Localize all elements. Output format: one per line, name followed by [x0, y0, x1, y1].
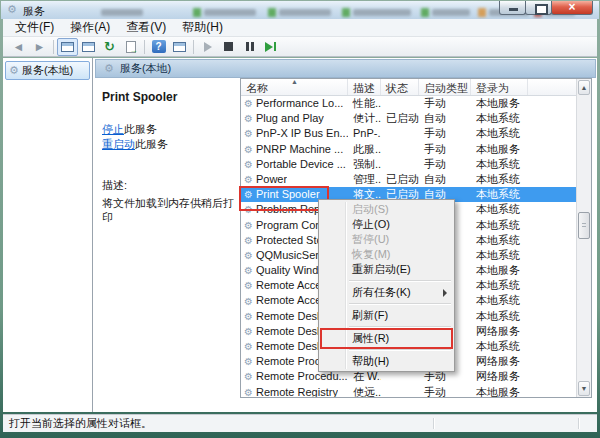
scroll-down-button[interactable]: ▼ — [578, 381, 590, 396]
pane-header-icon: ⚙ — [104, 63, 114, 74]
menu-separator — [319, 346, 454, 354]
description-text: 将文件加载到内存供稍后打印 — [102, 196, 234, 224]
context-menu-all-tasks[interactable]: 所有任务(K) — [319, 285, 454, 300]
service-startup-type: 自动 — [419, 111, 471, 126]
back-icon[interactable]: ◄ — [8, 38, 29, 56]
maximize-button[interactable] — [525, 1, 552, 15]
context-menu-refresh[interactable]: 刷新(F) — [319, 308, 454, 323]
column-header-3[interactable]: 状态 — [381, 79, 419, 95]
service-row-remote-registry[interactable]: ⚙Remote Registry使远...手动本地服务 — [241, 385, 576, 397]
tree-item-label: 服务(本地) — [22, 63, 73, 78]
start-service-icon — [204, 42, 212, 52]
service-name: Performance Lo... — [256, 96, 343, 111]
refresh-icon: ↻ — [104, 40, 115, 53]
service-name: PNRP Machine ... — [256, 142, 343, 157]
menu-view[interactable]: 查看(V) — [118, 17, 174, 38]
service-row-plug-and-play[interactable]: ⚙Plug and Play使计...已启动自动本地系统 — [241, 111, 576, 126]
pause-service-icon — [246, 42, 254, 51]
titlebar-watermark — [342, 5, 411, 15]
service-logon-as: 本地系统 — [471, 339, 528, 354]
sort-ascending-icon: ▲ — [291, 79, 298, 85]
context-menu-properties[interactable]: 属性(R) — [319, 331, 454, 346]
close-button[interactable] — [551, 1, 593, 15]
help-icon[interactable]: ? — [148, 38, 169, 56]
context-menu-resume: 恢复(M) — [319, 247, 454, 262]
menu-action[interactable]: 操作(A) — [62, 17, 118, 38]
service-row-performance-lo[interactable]: ⚙Performance Lo...性能...手动本地服务 — [241, 96, 576, 111]
statusbar-divider — [433, 418, 434, 429]
service-name: PnP-X IP Bus En... — [256, 126, 348, 141]
vertical-scrollbar[interactable]: ▲ ▼ — [576, 79, 591, 397]
properties-window-icon[interactable] — [78, 38, 99, 56]
restart-service-line: 重启动此服务 — [102, 137, 239, 152]
menu-help[interactable]: 帮助(H) — [174, 17, 231, 38]
column-header-blank[interactable] — [528, 79, 576, 95]
restart-service-icon[interactable] — [260, 38, 281, 56]
service-logon-as: 本地系统 — [471, 126, 528, 141]
service-logon-as: 本地服务 — [471, 263, 528, 278]
service-logon-as: 本地系统 — [471, 233, 528, 248]
refresh-icon[interactable]: ↻ — [99, 38, 120, 56]
service-gear-icon: ⚙ — [244, 159, 253, 170]
forward-icon[interactable]: ► — [29, 38, 50, 56]
new-window-icon[interactable] — [169, 38, 190, 56]
service-status — [381, 142, 419, 157]
start-service-icon[interactable] — [197, 38, 218, 56]
show-console-tree-icon — [61, 42, 74, 52]
description-label: 描述: — [102, 178, 239, 193]
menu-file[interactable]: 文件(F) — [7, 17, 62, 38]
toolbar-separator — [193, 40, 194, 54]
stop-service-link[interactable]: 停止 — [102, 123, 124, 135]
toolbar: ◄►↻? — [3, 37, 597, 57]
export-list-icon[interactable] — [120, 38, 141, 56]
service-row-pnrp-machine[interactable]: ⚙PNRP Machine ...此服...手动本地服务 — [241, 142, 576, 157]
context-menu-restart[interactable]: 重新启动(E) — [319, 262, 454, 277]
context-menu-help[interactable]: 帮助(H) — [319, 354, 454, 369]
service-logon-as: 本地系统 — [471, 248, 528, 263]
menu-bar: 文件(F)操作(A)查看(V)帮助(H) — [3, 19, 597, 37]
help-icon: ? — [152, 40, 166, 53]
service-row-pnp-x-ip-bus-en[interactable]: ⚙PnP-X IP Bus En...PnP-...手动本地系统 — [241, 126, 576, 141]
column-header-1[interactable]: 名称▲ — [241, 79, 348, 95]
service-status — [381, 126, 419, 141]
service-gear-icon: ⚙ — [244, 174, 253, 185]
blank-cell — [528, 278, 550, 293]
stop-service-line: 停止此服务 — [102, 122, 239, 137]
context-menu-stop[interactable]: 停止(O) — [319, 217, 454, 232]
minimize-button[interactable] — [499, 1, 526, 15]
service-gear-icon: ⚙ — [244, 220, 253, 231]
scroll-up-button[interactable]: ▲ — [578, 80, 590, 95]
blank-cell — [528, 324, 550, 339]
service-row-portable-device[interactable]: ⚙Portable Device ...强制...手动本地系统 — [241, 157, 576, 172]
restart-service-link[interactable]: 重启动 — [102, 138, 135, 150]
submenu-arrow-icon — [443, 289, 447, 297]
column-header-4[interactable]: 启动类型 — [419, 79, 471, 95]
service-status — [381, 96, 419, 111]
service-status: 已启动 — [381, 111, 419, 126]
service-name: Remote Registry — [256, 385, 338, 397]
service-name: Portable Device ... — [256, 157, 346, 172]
blank-cell — [528, 248, 550, 263]
scrollbar-thumb[interactable] — [578, 212, 590, 239]
service-logon-as: 本地系统 — [471, 187, 528, 202]
stop-service-icon[interactable] — [218, 38, 239, 56]
blank-cell — [528, 339, 550, 354]
service-gear-icon: ⚙ — [244, 371, 253, 382]
column-header-2[interactable]: 描述 — [348, 79, 381, 95]
services-window: ⚙ 服务 文件(F)操作(A)查看(V)帮助(H) ◄►↻? ⚙ 服务(本地) … — [0, 0, 600, 438]
export-list-icon — [126, 41, 136, 53]
pause-service-icon[interactable] — [239, 38, 260, 56]
tree-item-services-local[interactable]: ⚙ 服务(本地) — [5, 61, 90, 80]
blank-cell — [528, 202, 550, 217]
service-gear-icon: ⚙ — [244, 296, 253, 307]
titlebar-watermark — [268, 5, 331, 15]
service-logon-as: 本地系统 — [471, 218, 528, 233]
properties-window-icon — [82, 42, 95, 52]
service-description: PnP-... — [348, 126, 381, 141]
service-logon-as: 本地服务 — [471, 96, 528, 111]
service-row-power[interactable]: ⚙Power管理...已启动自动本地系统 — [241, 172, 576, 187]
column-header-5[interactable]: 登录为 — [471, 79, 528, 95]
show-console-tree-icon[interactable] — [57, 38, 78, 56]
console-tree-panel: ⚙ 服务(本地) — [3, 58, 93, 412]
service-gear-icon: ⚙ — [244, 250, 253, 261]
